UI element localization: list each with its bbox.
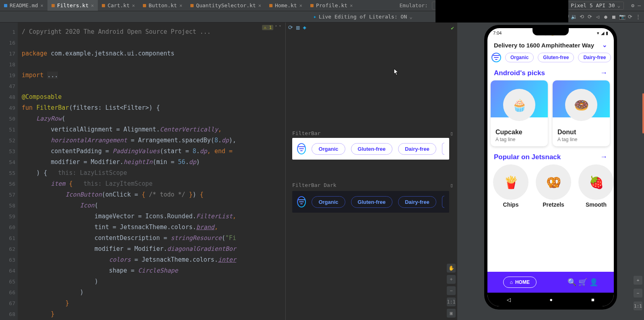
device-icon[interactable]: ▯ [450, 182, 453, 188]
home-icon: ⌂ [510, 279, 513, 285]
tab-filters[interactable]: Filters.kt× [47, 0, 98, 11]
emulator-label: Emulator: [399, 2, 427, 8]
close-icon[interactable]: × [40, 3, 43, 8]
gear-icon[interactable]: ⚙ [631, 2, 634, 8]
nav-search-icon[interactable]: 🔍 🛒 👤 [568, 278, 598, 287]
layers-icon[interactable]: ◈ [303, 24, 306, 31]
filter-icon[interactable] [297, 196, 306, 207]
code-editor[interactable]: ⚠ 1 ˄ ˅ 11617181947484950515253545556575… [0, 23, 286, 320]
chip-dairyfree[interactable]: Dairy-free [578, 53, 611, 62]
card-donut[interactable]: 🍩 Donut A tag line [553, 80, 610, 146]
clock: 7:04 [493, 31, 502, 36]
refresh-icon[interactable]: ⟳ [288, 24, 293, 31]
chip-organic[interactable]: Organic [505, 53, 534, 62]
snack-pretzels[interactable]: 🥨Pretzels [536, 164, 571, 208]
chip-partial[interactable] [442, 143, 444, 155]
zoom-in-icon[interactable]: + [447, 275, 456, 284]
record-icon[interactable]: ⟳ [627, 14, 633, 20]
close-icon[interactable]: × [299, 3, 302, 8]
address-bar[interactable]: Delivery to 1600 Amphitheater Way ⌄ [487, 37, 614, 53]
file-tabs: README.md× Filters.kt× Cart.kt× Button.k… [0, 0, 399, 11]
close-icon[interactable]: × [350, 3, 353, 8]
emulator-device-name: Pixel 5 API 30 [571, 2, 615, 8]
live-edit-toggle[interactable]: ✦ Live Editing of Literals: ON ⌄ [313, 14, 413, 20]
zoom-in-icon[interactable]: + [634, 276, 642, 285]
nav-cart-icon[interactable]: 🛒 [578, 278, 587, 286]
zoom-frame-icon[interactable]: ▣ [447, 309, 456, 318]
snack-label: Smooth [586, 201, 607, 208]
chevron-down-icon: ⌄ [617, 2, 621, 8]
nav-profile-icon[interactable]: 👤 [589, 278, 598, 286]
card-cupcake[interactable]: 🧁 Cupcake A tag line [491, 80, 548, 146]
snack-label: Pretzels [543, 201, 564, 208]
next-highlight-icon[interactable]: ˅ [279, 25, 281, 30]
chip-partial[interactable] [442, 196, 444, 208]
prev-highlight-icon[interactable]: ˄ [275, 25, 277, 30]
wand-icon: ✦ [313, 14, 316, 20]
zoom-out-icon[interactable]: − [447, 286, 456, 295]
tab-home[interactable]: Home.kt× [265, 0, 306, 11]
snack-chips[interactable]: 🍟Chips [493, 164, 528, 208]
rotate-right-icon[interactable]: ⟳ [587, 14, 592, 20]
tab-readme[interactable]: README.md× [0, 0, 47, 11]
chip-glutenfree[interactable]: Gluten-free [351, 143, 392, 155]
snack-image: 🍓 [578, 164, 614, 200]
inspection-widget[interactable]: ⚠ 1 ˄ ˅ [260, 24, 283, 31]
zoom-fit-icon[interactable]: 1:1 [634, 302, 642, 310]
filter-icon[interactable] [297, 143, 306, 154]
chip-organic[interactable]: Organic [312, 143, 345, 155]
preview-label-light: FilterBar [292, 130, 320, 136]
wifi-icon: ▾ [597, 31, 599, 36]
tab-cart[interactable]: Cart.kt× [98, 0, 139, 11]
arrow-right-icon[interactable]: → [600, 69, 607, 77]
chevron-down-icon: ⌄ [409, 14, 413, 20]
home-key[interactable]: ● [549, 297, 553, 303]
more-icon[interactable]: ⋮ [635, 14, 641, 20]
preview-filterbar-dark[interactable]: Organic Gluten-free Dairy-free [292, 191, 449, 213]
compose-preview: ⟳ ▥ ◈ ✔ FilterBar ▯ Organic Gluten-free … [286, 23, 457, 320]
close-icon[interactable]: × [180, 3, 182, 8]
card-image: 🍩 [574, 98, 589, 112]
emulator-selector[interactable]: ▯ Pixel 5 API 30 ⌄ [432, 2, 624, 10]
device-icon[interactable]: ▯ [450, 130, 453, 136]
chip-dairyfree[interactable]: Dairy-free [398, 143, 436, 155]
zoom-fit-icon[interactable]: 1:1 [447, 297, 456, 306]
preview-filterbar-light[interactable]: Organic Gluten-free Dairy-free [292, 138, 449, 160]
zoom-out-icon[interactable]: − [634, 289, 642, 297]
rotate-left-icon[interactable]: ⟲ [579, 14, 584, 20]
tab-quantityselector[interactable]: QuantitySelector.kt× [186, 0, 265, 11]
pan-icon[interactable]: ✋ [447, 264, 456, 273]
signal-icon: ◢ [601, 31, 604, 36]
back-key[interactable]: ◁ [507, 297, 511, 303]
overview-key[interactable]: ■ [591, 297, 594, 303]
section-title: Popular on Jetsnack [494, 153, 561, 161]
tab-profile[interactable]: Profile.kt× [306, 0, 357, 11]
live-edit-label: Live Editing of Literals: ON [319, 14, 407, 20]
nav-home[interactable]: ⌂HOME [503, 277, 537, 288]
snack-smooth[interactable]: 🍓Smooth [578, 164, 614, 208]
volume-down-icon[interactable]: 🔉 [571, 14, 576, 20]
line-gutter: 1161718194748495051525354555657585960616… [0, 23, 18, 320]
arrow-right-icon[interactable]: → [600, 153, 607, 161]
chip-glutenfree[interactable]: Gluten-free [351, 196, 392, 208]
code-area[interactable]: / Copyright 2020 The Android Open Source… [18, 23, 285, 320]
close-icon[interactable]: × [91, 3, 94, 8]
minimize-icon[interactable]: — [638, 2, 641, 8]
chip-dairyfree[interactable]: Dairy-free [398, 196, 436, 208]
section-title: Android's picks [494, 69, 545, 77]
interactive-icon[interactable]: ▥ [296, 24, 299, 31]
chip-organic[interactable]: Organic [312, 196, 345, 208]
screenshot-icon[interactable]: 📷 [619, 14, 625, 20]
overview-icon[interactable]: ■ [611, 14, 617, 20]
close-icon[interactable]: × [132, 3, 135, 8]
warning-badge[interactable]: ⚠ 1 [262, 25, 273, 30]
filter-icon[interactable] [491, 53, 501, 62]
device-screen[interactable]: 7:04 🛡️ 🔒 ▾◢▮ Delivery to 1600 Amphithea… [487, 28, 614, 306]
home-icon[interactable]: ● [603, 14, 609, 20]
back-icon[interactable]: ◁ [595, 14, 601, 20]
chip-glutenfree[interactable]: Gluten-free [538, 53, 574, 62]
close-icon[interactable]: × [258, 3, 261, 8]
tab-button[interactable]: Button.kt× [139, 0, 186, 11]
chevron-down-icon[interactable]: ⌄ [602, 41, 607, 49]
address-text: Delivery to 1600 Amphitheater Way [494, 42, 594, 49]
